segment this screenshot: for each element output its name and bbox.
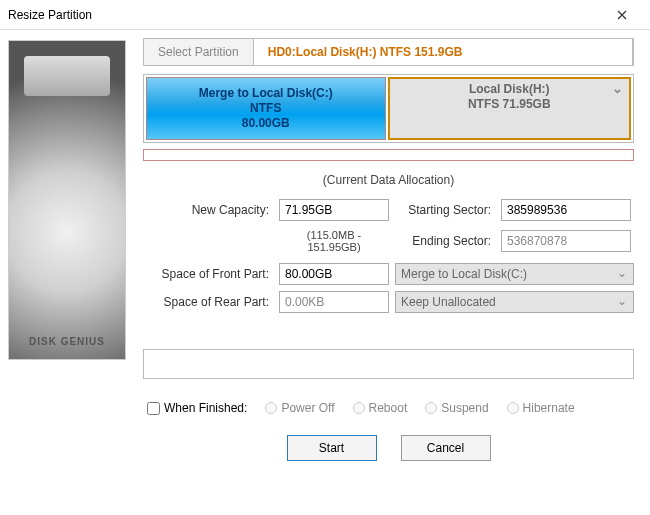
when-finished-input[interactable] bbox=[147, 402, 160, 415]
front-part-select[interactable]: Merge to Local Disk(C:) bbox=[395, 263, 634, 285]
ending-sector-input bbox=[501, 230, 631, 252]
close-button[interactable] bbox=[602, 1, 642, 29]
titlebar: Resize Partition bbox=[0, 0, 650, 30]
ending-sector-label: Ending Sector: bbox=[395, 234, 495, 248]
button-row: Start Cancel bbox=[143, 435, 634, 461]
disk-image bbox=[8, 40, 126, 360]
front-part-input[interactable] bbox=[279, 263, 389, 285]
partition-local-h[interactable]: Local Disk(H:) NTFS 71.95GB bbox=[388, 77, 632, 140]
when-finished-label: When Finished: bbox=[164, 401, 247, 415]
starting-sector-input[interactable] bbox=[501, 199, 631, 221]
new-capacity-label: New Capacity: bbox=[143, 203, 273, 217]
start-button[interactable]: Start bbox=[287, 435, 377, 461]
window-title: Resize Partition bbox=[8, 8, 92, 22]
capacity-range: (115.0MB - 151.95GB) bbox=[279, 229, 389, 253]
form-rear: Space of Rear Part: Keep Unallocated bbox=[143, 291, 634, 313]
tab-select-partition[interactable]: Select Partition bbox=[144, 39, 254, 65]
partition-merge-c[interactable]: Merge to Local Disk(C:) NTFS 80.00GB bbox=[146, 77, 386, 140]
right-panel: Select Partition HD0:Local Disk(H:) NTFS… bbox=[135, 30, 650, 515]
partition-label: Local Disk(H:) bbox=[395, 82, 625, 97]
rear-part-label: Space of Rear Part: bbox=[143, 295, 273, 309]
radio-reboot[interactable]: Reboot bbox=[353, 401, 408, 415]
partition-visual: Merge to Local Disk(C:) NTFS 80.00GB Loc… bbox=[143, 74, 634, 143]
partition-fs: NTFS bbox=[151, 101, 381, 116]
tab-bar: Select Partition HD0:Local Disk(H:) NTFS… bbox=[143, 38, 634, 66]
content: Select Partition HD0:Local Disk(H:) NTFS… bbox=[0, 30, 650, 515]
resize-slider[interactable] bbox=[143, 149, 634, 161]
when-finished-checkbox[interactable]: When Finished: bbox=[147, 401, 247, 415]
rear-part-select[interactable]: Keep Unallocated bbox=[395, 291, 634, 313]
front-part-label: Space of Front Part: bbox=[143, 267, 273, 281]
allocation-label: (Current Data Allocation) bbox=[143, 173, 634, 187]
starting-sector-label: Starting Sector: bbox=[395, 203, 495, 217]
finish-options: When Finished: Power Off Reboot Suspend … bbox=[143, 401, 634, 415]
cancel-button[interactable]: Cancel bbox=[401, 435, 491, 461]
form-front: Space of Front Part: Merge to Local Disk… bbox=[143, 263, 634, 285]
tab-active-disk[interactable]: HD0:Local Disk(H:) NTFS 151.9GB bbox=[254, 39, 633, 65]
radio-hibernate[interactable]: Hibernate bbox=[507, 401, 575, 415]
partition-size: 80.00GB bbox=[151, 116, 381, 131]
left-panel bbox=[0, 30, 135, 515]
progress-slot bbox=[143, 349, 634, 379]
form-capacity: New Capacity: Starting Sector: (115.0MB … bbox=[143, 199, 634, 253]
radio-poweroff[interactable]: Power Off bbox=[265, 401, 334, 415]
close-icon bbox=[617, 10, 627, 20]
partition-size: NTFS 71.95GB bbox=[395, 97, 625, 112]
new-capacity-input[interactable] bbox=[279, 199, 389, 221]
partition-label: Merge to Local Disk(C:) bbox=[151, 86, 381, 101]
radio-suspend[interactable]: Suspend bbox=[425, 401, 488, 415]
rear-part-input bbox=[279, 291, 389, 313]
